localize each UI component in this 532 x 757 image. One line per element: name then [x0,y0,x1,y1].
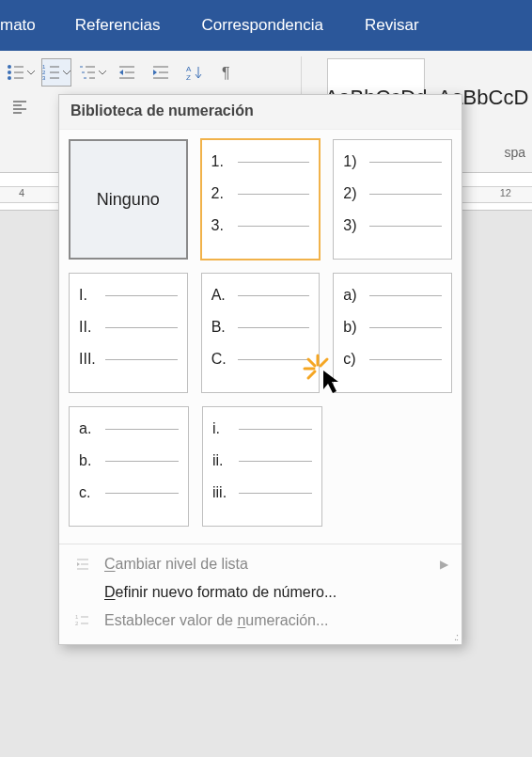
tab-referencias[interactable]: Referencias [55,0,181,51]
ruler-number: 12 [500,187,511,198]
tab-revisar[interactable]: Revisar [344,0,440,51]
numbering-button[interactable]: 123 [41,58,71,87]
numbering-option-decimal-dot[interactable]: 1. 2. 3. [201,139,321,260]
svg-point-0 [8,65,11,69]
svg-text:A: A [186,65,192,73]
preview-text: II. [79,319,103,336]
svg-text:3: 3 [42,75,46,81]
preview-text: c) [343,351,368,368]
menu-label: Establecer valor de numeración... [104,612,328,629]
menu-label: Cambiar nivel de lista [104,556,248,573]
multilevel-list-button[interactable] [77,58,107,87]
svg-text:2: 2 [75,621,79,626]
preview-text: 1) [343,153,368,170]
menu-define-new-number-format[interactable]: Definir nuevo formato de número... [59,578,462,607]
menu-label: Definir nuevo formato de número... [104,584,336,601]
numbering-dropdown: Biblioteca de numeración Ninguno 1. 2. 3… [58,94,462,645]
tab-formato[interactable]: mato [0,0,55,51]
preview-text: a) [343,287,368,304]
preview-text: 2. [211,185,236,202]
preview-text: 1. [211,153,236,170]
numbering-library-header: Biblioteca de numeración [59,95,462,130]
numbering-library-grid: Ninguno 1. 2. 3. 1) 2) 3) I. II. III. A.… [59,130,462,544]
preview-text: 3. [211,217,236,234]
menu-set-numbering-value: 12 Establecer valor de numeración... [59,607,462,635]
preview-text: b. [79,452,103,469]
chevron-right-icon: ▶ [440,558,448,571]
numbering-option-alpha-upper[interactable]: A. B. C. [201,273,321,393]
paragraph-group: 123 AZ ¶ [0,58,243,87]
indent-icon [72,558,93,571]
chevron-down-icon [63,69,70,76]
svg-text:¶: ¶ [222,65,230,81]
preview-text: ii. [212,452,237,469]
sort-button[interactable]: AZ [180,58,209,87]
ruler-number: 4 [19,187,24,198]
show-marks-button[interactable]: ¶ [214,58,243,87]
numbering-option-roman-upper[interactable]: I. II. III. [69,273,188,393]
preview-text: A. [211,287,236,304]
svg-text:1: 1 [75,614,79,620]
preview-text: 3) [343,217,368,234]
preview-text: C. [211,351,236,368]
preview-text: 2) [343,185,368,202]
numbering-value-icon: 12 [72,614,93,627]
tab-correspondencia[interactable]: Correspondencia [181,0,344,51]
preview-text: i. [212,420,237,437]
preview-text: b) [343,319,368,336]
preview-text: I. [79,287,103,304]
numbering-option-alpha-lower-dot[interactable]: a. b. c. [69,406,189,527]
svg-point-1 [8,71,11,74]
preview-text: B. [211,319,236,336]
align-left-button[interactable] [6,92,34,120]
preview-text: a. [79,420,103,437]
menu-change-list-level: Cambiar nivel de lista ▶ [59,550,462,578]
numbering-option-none[interactable]: Ninguno [69,139,188,260]
chevron-down-icon [99,69,106,76]
decrease-indent-button[interactable] [113,58,141,87]
ribbon-tabs: mato Referencias Correspondencia Revisar [0,0,532,51]
numbering-option-decimal-paren[interactable]: 1) 2) 3) [333,139,452,260]
chevron-down-icon [27,69,35,76]
bullets-button[interactable] [6,58,36,87]
numbering-option-alpha-lower-paren[interactable]: a) b) c) [333,273,452,393]
spacing-label-fragment: spa [504,145,525,160]
paragraph-group-row2 [6,92,34,120]
preview-text: III. [79,351,103,368]
svg-text:Z: Z [186,73,191,81]
increase-indent-button[interactable] [147,58,175,87]
numbering-menu-footer: Cambiar nivel de lista ▶ Definir nuevo f… [59,544,462,644]
preview-text: c. [79,484,103,501]
resize-grip-icon[interactable]: .: [454,631,458,642]
svg-point-2 [8,76,11,80]
numbering-option-roman-lower[interactable]: i. ii. iii. [202,406,322,527]
preview-text: iii. [212,484,237,501]
